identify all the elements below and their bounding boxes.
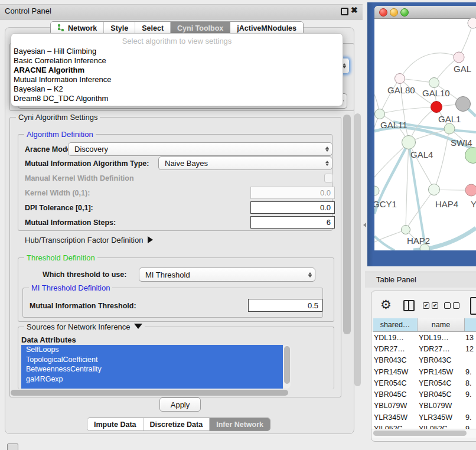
window-minimize-button[interactable] (390, 8, 398, 17)
settings-vscrollbar-thumb[interactable] (343, 115, 351, 334)
network-node-label: SWI4 (451, 138, 472, 148)
control-panel-title: Control Panel (5, 6, 51, 15)
table-hscrollbar[interactable] (371, 429, 476, 438)
cyni-settings-title: Cyni Algorithm Settings (16, 113, 100, 122)
attributes-scrollbar-thumb[interactable] (284, 346, 290, 384)
manual-kernel-checkbox[interactable] (324, 174, 333, 182)
dropdown-item-aracne-algorithm[interactable]: ARACNE Algorithm (14, 66, 340, 75)
dock-panel-icon[interactable] (7, 444, 18, 450)
dropdown-item-bayesian-k2[interactable]: Bayesian – K2 (14, 84, 340, 94)
network-window-titlebar (374, 6, 476, 19)
network-node-label: HAP4 (435, 199, 458, 209)
network-edge (380, 79, 400, 114)
collapse-down-icon (134, 324, 142, 329)
tab-network[interactable]: Network (51, 22, 104, 34)
tab-style[interactable]: Style (104, 22, 135, 34)
hub-definition-toggle[interactable]: Hub/Transcription Factor Definition (25, 236, 153, 244)
table-header-clipped[interactable] (465, 318, 476, 332)
dropdown-item-mutual-information-inference[interactable]: Mutual Information Inference (14, 75, 340, 84)
splitter-handle[interactable] (363, 223, 366, 227)
mi-type-combo[interactable]: Naive Bayes (158, 156, 332, 170)
sources-title-toggle[interactable]: Sources for Network Inference (24, 322, 145, 331)
network-node-hap4[interactable] (429, 184, 440, 195)
manual-kernel-label: Manual Kernel Width Definition (25, 174, 134, 182)
table-row[interactable]: YER054CYER054C8. (371, 377, 476, 389)
network-node-label: GAL4 (410, 149, 433, 159)
mi-type-label: Mutual Information Algorithm Type: (25, 159, 149, 168)
network-node-hap2[interactable] (402, 226, 410, 234)
network-edge (374, 142, 409, 177)
network-node[interactable] (456, 97, 471, 112)
panel-view-icon[interactable] (470, 297, 476, 315)
combo-arrows-icon (322, 146, 332, 152)
network-node-gal4[interactable] (402, 136, 416, 149)
table-header-name[interactable]: name (418, 318, 465, 332)
table-header-shared-name[interactable]: shared… (373, 318, 418, 332)
network-node-swi4[interactable] (465, 148, 476, 164)
tab-cyni-toolbox[interactable]: Cyni Toolbox (171, 22, 230, 34)
window-zoom-button[interactable] (400, 8, 409, 17)
attribute-item-gal4rgexp[interactable]: gal4RGexp (21, 374, 283, 384)
dropdown-item-basic-correlation-inference[interactable]: Basic Correlation Inference (14, 56, 340, 66)
tab-jactivemnodules[interactable]: jActiveMNodules (230, 22, 303, 34)
which-threshold-combo[interactable]: MI Threshold (139, 268, 315, 282)
table-row[interactable]: YIL052CYIL052C9 (371, 423, 476, 429)
table-columns-icon[interactable] (403, 300, 415, 311)
algorithm-dropdown-items: Bayesian – Hill ClimbingBasic Correlatio… (14, 47, 340, 103)
network-node-gal80[interactable] (395, 74, 405, 84)
network-node-label: GAL11 (380, 120, 407, 130)
attribute-item-betweennesscentrality[interactable]: BetweennessCentrality (21, 364, 283, 374)
apply-button[interactable]: Apply (159, 397, 201, 412)
settings-hscrollbar-thumb[interactable] (11, 390, 288, 396)
mi-threshold-field[interactable] (248, 299, 322, 312)
control-panel-titlebar (0, 4, 363, 19)
combo-arrows-icon (305, 272, 315, 278)
tab-discretize-data[interactable]: Discretize Data (144, 418, 210, 431)
table-settings-gear-icon[interactable]: ⚙ (380, 298, 392, 312)
attribute-item-selfloops[interactable]: SelfLoops (21, 345, 283, 355)
mi-steps-field[interactable] (250, 216, 335, 229)
network-node-gal10[interactable] (429, 78, 439, 88)
aracne-mode-combo[interactable]: Discovery (68, 142, 332, 156)
network-node-gal11[interactable] (375, 109, 385, 119)
data-attributes-list: SelfLoopsTopologicalCoefficientBetweenne… (21, 345, 283, 389)
close-icon[interactable]: ✖ (351, 5, 358, 15)
deselect-all-checkboxes-icon[interactable] (444, 302, 459, 309)
kernel-width-field[interactable] (250, 187, 335, 199)
network-node-gal1[interactable] (444, 123, 455, 134)
table-row[interactable]: YDL19…YDL19…13 (371, 332, 476, 343)
mi-type-value: Naive Bayes (159, 159, 322, 168)
window-close-button[interactable] (379, 8, 387, 17)
algorithm-definition-title: Algorithm Definition (24, 130, 96, 139)
float-window-icon[interactable] (341, 8, 348, 15)
panel-vscrollbar-thumb[interactable] (354, 113, 361, 386)
attributes-scrollbar[interactable] (283, 345, 291, 389)
dpi-tolerance-field[interactable] (250, 201, 335, 214)
tab-infer-network[interactable]: Infer Network (210, 418, 270, 431)
bottom-tabbar: Impute DataDiscretize DataInfer Network (87, 418, 270, 431)
network-node[interactable] (431, 102, 442, 113)
tab-impute-data[interactable]: Impute Data (87, 418, 144, 431)
network-node-gcy1[interactable] (374, 186, 379, 195)
table-row[interactable]: YDR27…YDR27…12 (371, 343, 476, 354)
table-row[interactable]: YBR043CYBR043C (371, 355, 476, 366)
network-canvas[interactable]: GALGAL80GAL10GAL1SWI4GAL11GAL4GCY1HAP4YH… (374, 18, 476, 250)
dropdown-item-dream8-dc-tdc-algorithm[interactable]: Dream8 DC_TDC Algorithm (14, 94, 340, 103)
kernel-width-label: Kernel Width (0,1): (25, 189, 90, 197)
attribute-item-topologicalcoefficient[interactable]: TopologicalCoefficient (21, 355, 283, 365)
table-row[interactable]: YBR045CYBR045C9. (371, 389, 476, 400)
network-node[interactable] (468, 18, 476, 28)
select-all-checkboxes-icon[interactable]: ✔✔ (423, 302, 438, 309)
network-node-gal[interactable] (454, 52, 464, 63)
network-icon (57, 24, 68, 33)
expand-right-icon (148, 236, 153, 243)
table-hscrollbar-thumb[interactable] (373, 431, 467, 436)
network-node-y[interactable] (465, 184, 476, 196)
tab-select[interactable]: Select (135, 22, 171, 34)
app-root: Control Panel ✖ NetworkStyleSelectCyni T… (0, 0, 476, 450)
table-row[interactable]: YLR345WYLR345W9. (371, 412, 476, 423)
dropdown-item-bayesian-hill-climbing[interactable]: Bayesian – Hill Climbing (14, 47, 340, 56)
table-row[interactable]: YBL079WYBL079W (371, 400, 476, 412)
table-row[interactable]: YPR145WYPR145W9. (371, 366, 476, 377)
threshold-definition-title: Threshold Definition (24, 253, 97, 262)
